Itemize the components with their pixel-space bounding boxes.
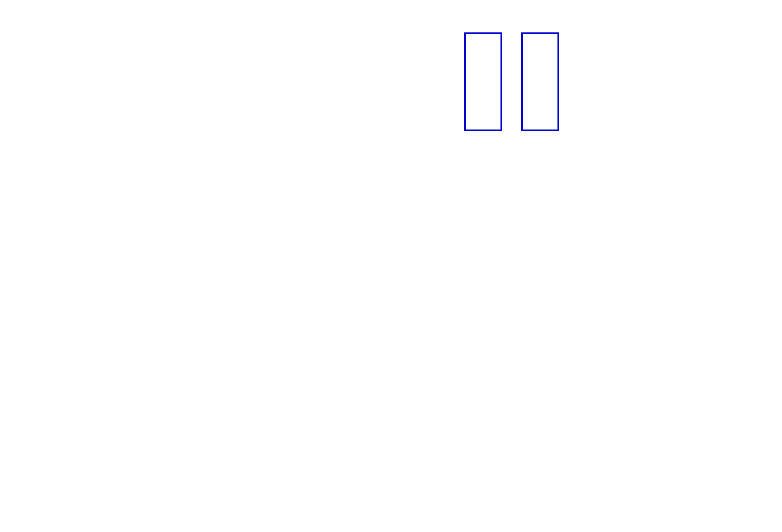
elixer-report-page — [0, 0, 782, 532]
hsc-image-panel — [239, 285, 339, 405]
with-sky-image — [464, 32, 502, 131]
clean-image — [521, 32, 559, 131]
full-spectrum-plot — [49, 152, 734, 252]
line-fit-plot — [574, 26, 748, 133]
lineflux-map-panel — [136, 285, 236, 405]
report-timestamp-version — [589, 2, 616, 27]
fiber-positions-panel — [32, 285, 133, 405]
